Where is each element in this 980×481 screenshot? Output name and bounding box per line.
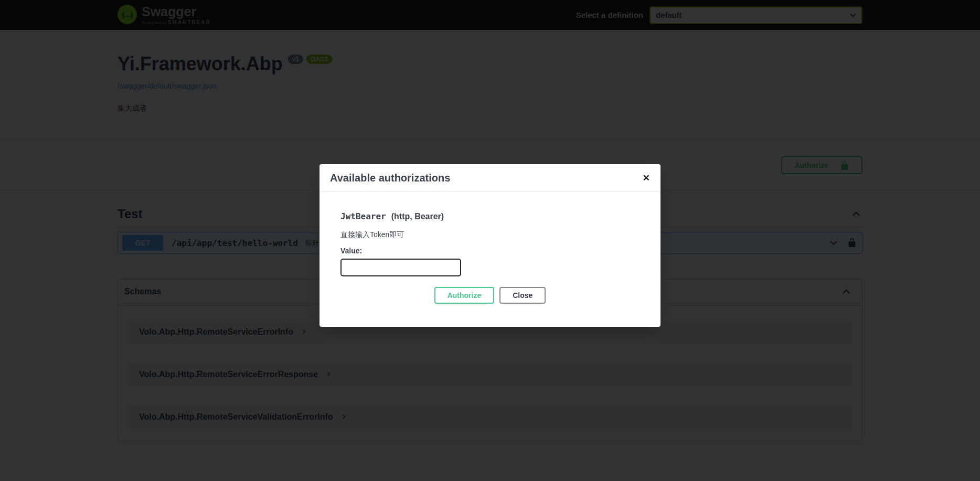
modal-title: Available authorizations xyxy=(330,172,450,184)
modal-close-button[interactable]: ✕ xyxy=(643,174,650,183)
value-label: Value: xyxy=(340,247,640,255)
auth-scheme-type: (http, Bearer) xyxy=(391,212,444,221)
modal-close-action-button[interactable]: Close xyxy=(499,287,546,304)
auth-scheme-description: 直接输入Token即可 xyxy=(340,230,640,240)
authorizations-modal: Available authorizations ✕ JwtBearer (ht… xyxy=(319,164,661,327)
close-icon: ✕ xyxy=(643,173,650,183)
modal-authorize-button[interactable]: Authorize xyxy=(434,287,495,304)
auth-scheme-name: JwtBearer xyxy=(340,211,386,221)
token-value-input[interactable] xyxy=(340,259,461,276)
